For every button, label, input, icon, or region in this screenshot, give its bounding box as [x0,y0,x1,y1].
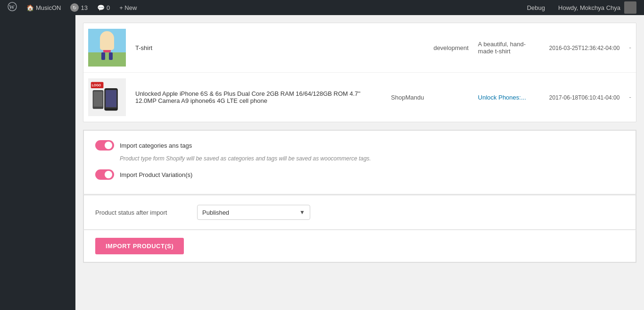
settings-section: Import categories ans tags Product type … [83,130,636,194]
svg-rect-4 [88,52,126,67]
product-status-label: Product status after import [95,209,190,216]
debug-button[interactable]: Debug [523,0,549,15]
import-categories-row: Import categories ans tags [95,140,624,151]
admin-bar: W 🏠 MusicON ↻ 13 💬 0 + New Debug Howdy, … [0,0,644,15]
products-card: T-shirt development A beautiful, hand-ma… [83,23,636,122]
product-category: Unlock Phones:... [478,94,526,101]
svg-rect-7 [101,52,105,60]
comments-icon: 💬 [97,4,105,11]
svg-text:W: W [9,4,15,10]
product-dash: - [629,93,631,101]
product-thumbnail: LOGO [88,78,126,116]
user-avatar [624,1,636,14]
sidebar [0,15,75,310]
adminbar-right: Debug Howdy, Mokchya Chya [523,0,640,15]
product-action-cell: - [624,23,636,73]
site-name-label: MusicON [36,4,61,11]
products-table: T-shirt development A beautiful, hand-ma… [83,23,636,122]
updates-button[interactable]: ↻ 13 [66,0,91,15]
svg-text:LOGO: LOGO [92,84,101,87]
product-category-cell: Unlock Phones:... [473,73,545,122]
wp-logo-button[interactable]: W [4,0,21,15]
import-variations-label: Import Product Variation(s) [120,171,192,178]
settings-import-panel: Import categories ans tags Product type … [83,130,636,263]
user-menu-button[interactable]: Howdy, Mokchya Chya [554,0,640,15]
status-section: Product status after import Published ▼ [83,195,636,230]
product-store: ShopMandu [391,94,424,101]
product-store-cell [386,23,429,73]
product-title: T-shirt [135,44,152,51]
comments-count: 0 [107,4,110,11]
svg-rect-6 [103,43,111,52]
product-dash: - [629,44,631,51]
product-status: development [433,44,468,51]
new-content-button[interactable]: + New [116,0,140,15]
updates-count: 13 [81,4,87,11]
import-categories-hint: Product type form Shopify will be saved … [120,155,624,162]
product-date-cell: 2016-03-25T12:36:42-04:00 [545,23,624,73]
product-title-cell: Unlocked Apple iPhone 6S & 6s Plus Dual … [131,73,386,122]
toggle-slider-categories [95,140,114,151]
product-category-cell: A beautiful, hand-made t-shirt [473,23,545,73]
toggle-slider-variations [95,169,114,180]
debug-label: Debug [527,4,545,11]
home-icon: 🏠 [26,4,34,11]
comments-button[interactable]: 💬 0 [93,0,114,15]
product-date: 2016-03-25T12:36:42-04:00 [549,45,619,51]
svg-rect-3 [88,29,126,52]
main-content: T-shirt development A beautiful, hand-ma… [75,15,644,310]
import-products-button[interactable]: IMPORT PRODUCT(S) [95,238,184,254]
status-dropdown[interactable]: Published ▼ [197,205,310,220]
updates-icon: ↻ [70,3,79,12]
import-categories-toggle[interactable] [95,140,114,151]
product-action-cell: - [624,73,636,122]
product-category: A beautiful, hand-made t-shirt [478,41,526,55]
import-categories-label: Import categories ans tags [120,142,192,149]
svg-rect-13 [94,92,103,107]
new-label: + New [119,4,137,11]
product-title-cell: T-shirt [131,23,386,73]
svg-rect-8 [109,52,113,60]
product-store-cell: ShopMandu [386,73,429,122]
product-status-cell: development [429,23,473,73]
wp-logo-icon: W [8,2,17,14]
chevron-down-icon: ▼ [299,209,305,216]
import-variations-row: Import Product Variation(s) [95,169,624,180]
user-label: Howdy, Mokchya Chya [558,4,620,11]
product-status-cell [429,73,473,122]
table-row: LOGO Unlocked Apple iPhone 6S & 6s P [83,73,636,122]
product-date-cell: 2017-06-18T06:10:41-04:00 [545,73,624,122]
product-thumbnail [88,29,126,67]
product-title: Unlocked Apple iPhone 6S & 6s Plus Dual … [135,90,361,104]
product-date: 2017-06-18T06:10:41-04:00 [549,94,619,101]
import-variations-toggle[interactable] [95,169,114,180]
site-name-button[interactable]: 🏠 MusicON [23,0,65,15]
table-row: T-shirt development A beautiful, hand-ma… [83,23,636,73]
svg-point-5 [103,34,111,43]
svg-rect-16 [106,90,116,107]
import-section: IMPORT PRODUCT(S) [83,230,636,262]
status-selected-value: Published [202,209,299,216]
